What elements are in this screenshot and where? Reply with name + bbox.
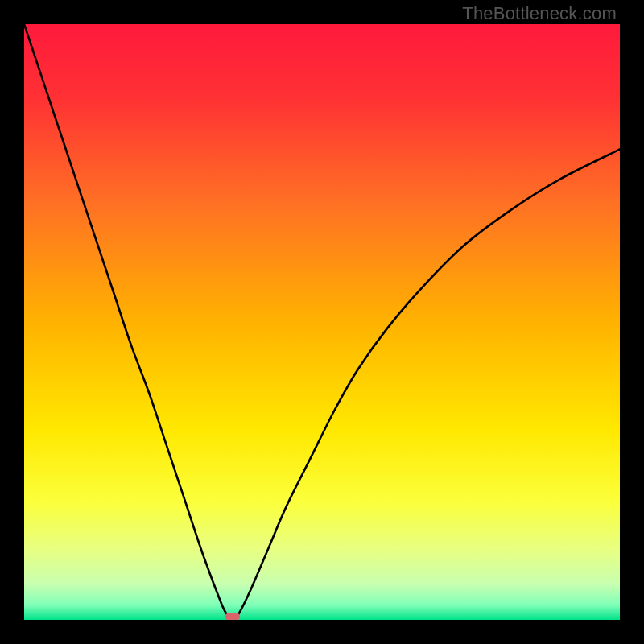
watermark-label: TheBottleneck.com: [462, 3, 617, 24]
optimum-marker: [225, 613, 240, 620]
plot-area: [24, 24, 620, 620]
chart-frame: TheBottleneck.com: [0, 0, 644, 644]
bottleneck-curve: [24, 24, 620, 620]
